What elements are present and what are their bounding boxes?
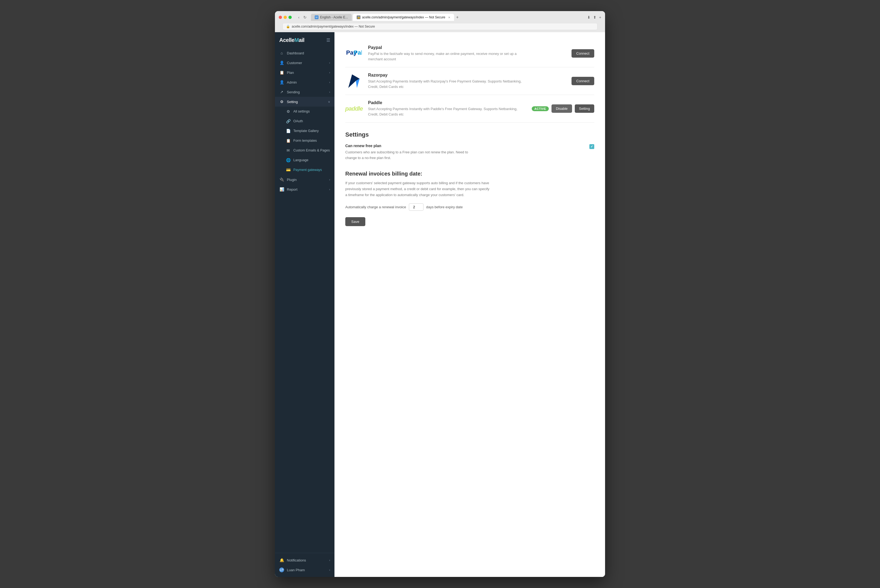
razorpay-logo xyxy=(345,75,363,88)
renewal-days-input[interactable] xyxy=(409,203,423,211)
paddle-active-badge: ACTIVE xyxy=(532,106,549,111)
sidebar-item-setting[interactable]: ⚙ Setting ∨ xyxy=(275,97,335,106)
sidebar-item-label: Notifications xyxy=(287,558,306,562)
can-renew-row: Can renew free plan Customers who are su… xyxy=(345,144,594,161)
sidebar-toggle-button[interactable]: ☰ xyxy=(326,38,330,43)
sidebar-item-label: All settings xyxy=(293,110,309,113)
sidebar-item-all-settings[interactable]: ⚙ All settings xyxy=(275,106,335,116)
forward-button[interactable]: ↻ xyxy=(302,15,308,20)
paypal-desc: PayPal is the fast/safe way to send mone… xyxy=(368,51,530,62)
paddle-info: Paddle Start Accepting Payments Instantl… xyxy=(368,100,526,117)
gateway-item-paddle: paddle Paddle Start Accepting Payments I… xyxy=(345,95,594,123)
sidebar-item-customer[interactable]: 👤 Customer › xyxy=(275,58,335,68)
paypal-name: Paypal xyxy=(368,45,566,50)
paypal-actions: Connect xyxy=(572,49,594,58)
download-icon[interactable]: ⬇ xyxy=(587,15,590,20)
sidebar-item-label: Dashboard xyxy=(287,51,304,55)
svg-text:Pal: Pal xyxy=(354,49,362,56)
chevron-down-icon: ∨ xyxy=(328,100,330,104)
sidebar-item-label: Payment gateways xyxy=(293,168,322,172)
sidebar-item-plan[interactable]: 📋 Plan › xyxy=(275,68,335,77)
razorpay-connect-button[interactable]: Connect xyxy=(572,77,594,85)
browser-window: ‹ ↻ M English - Acelle E... 🔒 acelle.com… xyxy=(275,11,605,577)
sidebar-item-language[interactable]: 🌐 Language xyxy=(275,155,335,165)
can-renew-control xyxy=(589,144,594,149)
chevron-right-icon: › xyxy=(329,178,330,181)
maximize-button[interactable] xyxy=(288,16,292,19)
sidebar-item-oauth[interactable]: 🔗 OAuth xyxy=(275,116,335,126)
address-input[interactable]: 🔒 acelle.com/admin/payment/gateways/inde… xyxy=(282,23,598,30)
chevron-right-icon: › xyxy=(329,90,330,94)
sidebar-item-label: Plugin xyxy=(287,178,297,182)
sidebar-item-plugin[interactable]: 🔌 Plugin › xyxy=(275,175,335,184)
sending-icon: ↗ xyxy=(279,90,284,94)
paddle-disable-button[interactable]: Disable xyxy=(551,104,572,113)
sidebar-item-dashboard[interactable]: ⌂ Dashboard xyxy=(275,48,335,58)
sidebar-item-template-gallery[interactable]: 📄 Template Gallery xyxy=(275,126,335,136)
oauth-icon: 🔗 xyxy=(286,119,291,124)
sidebar-logo-area: AcelleMail ☰ xyxy=(275,32,335,47)
renewal-suffix-text: days before expiry date xyxy=(426,205,463,209)
sidebar-item-label: Custom Emails & Pages xyxy=(293,148,330,152)
settings-title: Settings xyxy=(345,131,594,138)
browser-tabs: M English - Acelle E... 🔒 acelle.com/adm… xyxy=(311,14,584,21)
custom-emails-icon: ✉ xyxy=(286,148,291,153)
sidebar-item-admin[interactable]: 👤 Admin › xyxy=(275,77,335,87)
add-bookmark-icon[interactable]: + xyxy=(599,15,601,20)
logo: AcelleMail xyxy=(279,37,305,43)
notifications-icon: 🔔 xyxy=(279,558,284,562)
settings-section: Settings Can renew free plan Customers w… xyxy=(345,131,594,161)
paddle-setting-button[interactable]: Setting xyxy=(575,104,594,113)
minimize-button[interactable] xyxy=(284,16,287,19)
sidebar-item-label: Template Gallery xyxy=(293,129,319,133)
browser-nav: ‹ ↻ xyxy=(297,15,308,20)
can-renew-checkbox[interactable] xyxy=(589,144,594,149)
renewal-desc: If your customers' selected payment gate… xyxy=(345,180,491,198)
form-templates-icon: 📋 xyxy=(286,138,291,143)
main-content: Pay Pal Paypal PayPal is the fast/safe w… xyxy=(335,32,605,577)
chevron-right-icon: › xyxy=(329,558,330,562)
sidebar-item-report[interactable]: 📊 Report › xyxy=(275,184,335,194)
user-avatar: LP xyxy=(279,567,284,572)
report-icon: 📊 xyxy=(279,187,284,192)
share-icon[interactable]: ⬆ xyxy=(593,15,596,20)
can-renew-label: Can renew free plan xyxy=(345,144,584,148)
close-button[interactable] xyxy=(279,16,282,19)
razorpay-desc: Start Accepting Payments Instantly with … xyxy=(368,79,530,89)
sidebar: AcelleMail ☰ ⌂ Dashboard 👤 Customer › 📋 … xyxy=(275,32,335,577)
url-text: acelle.com/admin/payment/gateways/index … xyxy=(292,25,375,28)
tab1-label: English - Acelle E... xyxy=(320,15,348,19)
renewal-prefix-text: Automatically charge a renewal invoice xyxy=(345,205,406,209)
sidebar-item-notifications[interactable]: 🔔 Notifications › xyxy=(275,555,335,565)
sidebar-item-sending[interactable]: ↗ Sending › xyxy=(275,87,335,97)
paypal-connect-button[interactable]: Connect xyxy=(572,49,594,58)
setting-icon: ⚙ xyxy=(279,99,284,104)
sidebar-item-label: Admin xyxy=(287,80,297,84)
traffic-lights xyxy=(279,16,292,19)
sidebar-item-user[interactable]: LP Luan Pham › xyxy=(275,565,335,575)
renewal-row: Automatically charge a renewal invoice d… xyxy=(345,203,594,211)
razorpay-logo-svg xyxy=(348,74,360,88)
paddle-name: Paddle xyxy=(368,100,526,105)
sidebar-item-label: Form templates xyxy=(293,139,317,142)
razorpay-actions: Connect xyxy=(572,77,594,85)
tab-2[interactable]: 🔒 acelle.com/admin/payment/gateways/inde… xyxy=(353,14,454,21)
new-tab-button[interactable]: + xyxy=(455,14,460,20)
customer-icon: 👤 xyxy=(279,60,284,65)
sidebar-item-payment-gateways[interactable]: 💳 Payment gateways xyxy=(275,165,335,175)
sidebar-item-label: Luan Pham xyxy=(287,568,305,572)
can-renew-label-col: Can renew free plan Customers who are su… xyxy=(345,144,584,161)
tab-1[interactable]: M English - Acelle E... xyxy=(311,14,352,21)
tab2-label: acelle.com/admin/payment/gateways/index … xyxy=(362,15,445,19)
payment-gateways-icon: 💳 xyxy=(286,167,291,172)
sidebar-item-form-templates[interactable]: 📋 Form templates xyxy=(275,136,335,146)
tab2-close-icon[interactable]: ✕ xyxy=(448,16,450,19)
razorpay-name: Razorpay xyxy=(368,73,566,78)
paddle-logo-text: paddle xyxy=(345,105,363,112)
admin-icon: 👤 xyxy=(279,80,284,85)
language-icon: 🌐 xyxy=(286,158,291,162)
gateway-item-razorpay: Razorpay Start Accepting Payments Instan… xyxy=(345,68,594,95)
back-button[interactable]: ‹ xyxy=(297,15,300,20)
sidebar-item-custom-emails[interactable]: ✉ Custom Emails & Pages xyxy=(275,146,335,155)
save-button[interactable]: Save xyxy=(345,217,365,226)
